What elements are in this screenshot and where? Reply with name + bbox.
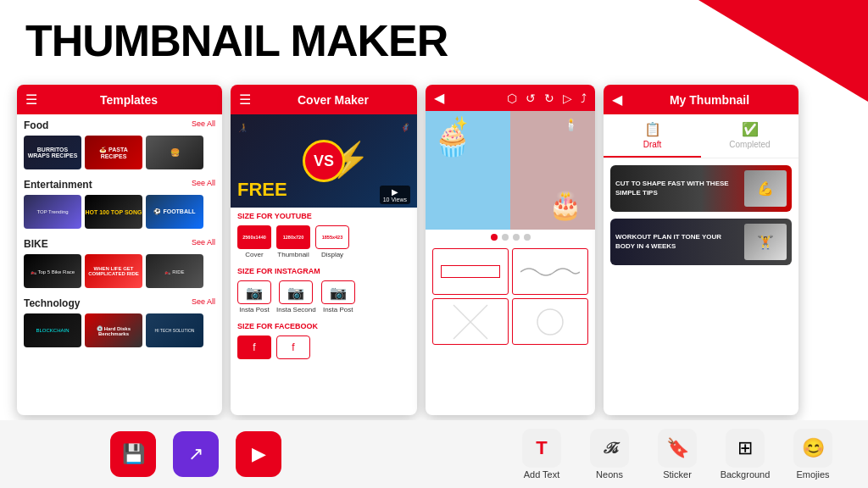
sparkle-icon: ✨ <box>451 115 468 131</box>
thumb-item[interactable]: TOP Trending <box>24 195 81 229</box>
screen-editor: ◀ ⬡ ↺ ↻ ▷ ⤴ 🧁 ✨ 🎂 🕯️ <box>426 85 595 415</box>
undo-icon[interactable]: ↺ <box>526 92 536 105</box>
youtube-button[interactable]: ▶ <box>236 431 281 477</box>
dot-1[interactable] <box>491 234 498 241</box>
thumbnail-card-1[interactable]: CUT TO SHAPE FAST WITH THESE SIMPLE TIPS… <box>610 165 792 212</box>
thumb-item[interactable]: HOT 100 TOP SONG <box>85 195 142 229</box>
share-button[interactable]: ↗ <box>173 431 219 477</box>
screen1-body: Food See All BURRITOS WRAPS RECIPES 🍝 PA… <box>17 114 222 352</box>
layout-cell-1[interactable] <box>432 248 509 295</box>
cover-views: ▶ 10 Views <box>380 186 410 204</box>
insta-post-1[interactable]: 📷 Insta Post <box>237 280 271 313</box>
play-icon[interactable]: ▷ <box>563 92 572 105</box>
save-button[interactable]: 💾 <box>110 431 156 477</box>
cover-label: Cover <box>245 251 263 258</box>
instagram-size-grid: 📷 Insta Post 📷 Insta Second 📷 Insta Post <box>231 278 417 318</box>
tool-add-text[interactable]: T Add Text <box>512 429 571 480</box>
thumb-item[interactable]: BURRITOS WRAPS RECIPES <box>24 136 81 169</box>
redo-icon[interactable]: ↻ <box>544 92 554 105</box>
layout-cell-2[interactable] <box>512 248 588 295</box>
dot-2[interactable] <box>502 234 509 241</box>
tech-see-all[interactable]: See All <box>192 297 215 306</box>
youtube-size-title: SIZE FOR YOUTUBE <box>231 208 417 223</box>
insta-icon-1: 📷 <box>237 280 271 304</box>
screen4-header: ◀ My Thumbnail <box>604 85 798 114</box>
wave-icon <box>520 263 580 280</box>
screen-my-thumbnail: ◀ My Thumbnail 📋 Draft ✅ Completed CUT T… <box>604 85 798 415</box>
cover-free-label: FREE <box>237 179 287 201</box>
bottom-right-tools: T Add Text 𝒯𝓈 Neons 🔖 Sticker ⊞ Backgrou… <box>512 429 868 480</box>
section-tech-title: Technology <box>17 292 86 311</box>
canvas-left: 🧁 ✨ <box>426 111 510 230</box>
dot-4[interactable] <box>524 234 531 241</box>
cover-banner: ⚡ 🧑‍🦯 VS 🦸 FREE ▶ 10 Views <box>231 114 417 208</box>
thumb-item[interactable]: WHEN LIFE GET COMPLICATED RIDE <box>85 254 142 288</box>
layout-cell-4[interactable] <box>512 298 588 345</box>
dot-3[interactable] <box>513 234 520 241</box>
size-thumbnail[interactable]: 1280x720 Thumbnail <box>276 225 310 258</box>
insta-post-2[interactable]: 📷 Insta Second <box>276 280 316 313</box>
display-label: Display <box>321 251 343 258</box>
vs-badge: VS <box>303 140 345 182</box>
insta-post-3[interactable]: 📷 Insta Post <box>321 280 355 313</box>
sticker-icon: 🔖 <box>658 429 697 468</box>
tool-sticker[interactable]: 🔖 Sticker <box>648 429 707 480</box>
tab-completed[interactable]: ✅ Completed <box>701 114 798 158</box>
thumb-img-2: 🏋️ <box>744 224 787 260</box>
x-icon <box>449 301 492 343</box>
thumb-item[interactable]: ⚽ FOOTBALL <box>146 195 203 229</box>
back-icon-4[interactable]: ◀ <box>612 92 622 108</box>
food-thumbs: BURRITOS WRAPS RECIPES 🍝 PASTA RECIPES 🍔 <box>17 133 222 174</box>
export-icon[interactable]: ⤴ <box>581 92 587 105</box>
hamburger-icon[interactable]: ☰ <box>25 92 37 108</box>
sticker-label: Sticker <box>663 469 692 480</box>
back-icon[interactable]: ◀ <box>434 90 444 106</box>
thumb-item[interactable]: 🏍️ RIDE <box>146 254 203 288</box>
tab-draft[interactable]: 📋 Draft <box>604 114 701 158</box>
background-icon: ⊞ <box>726 429 765 468</box>
tool-emojies[interactable]: 😊 Emojies <box>783 429 843 480</box>
fb-size-2[interactable]: f <box>276 336 310 359</box>
instagram-size-title: SIZE FOR INSTAGRAM <box>231 263 417 278</box>
emoji-smile-icon: 😊 <box>802 437 825 459</box>
screen2-header: ☰ Cover Maker <box>231 85 417 114</box>
fb-icon-2: f <box>276 336 310 359</box>
bottom-bar: 💾 ↗ ▶ T Add Text 𝒯𝓈 Neons 🔖 Sticker <box>0 420 868 488</box>
bike-see-all[interactable]: See All <box>192 238 215 247</box>
editor-canvas: 🧁 ✨ 🎂 🕯️ <box>426 111 595 230</box>
thumb-text-1: CUT TO SHAPE FAST WITH THESE SIMPLE TIPS <box>615 180 737 197</box>
food-see-all[interactable]: See All <box>192 119 215 128</box>
layers-icon[interactable]: ⬡ <box>507 92 517 105</box>
youtube-size-grid: 2560x1440 Cover 1280x720 Thumbnail 1855x… <box>231 223 417 263</box>
thumb-item[interactable]: 🍔 <box>146 136 203 169</box>
display-icon: 1855x423 <box>315 225 349 249</box>
neons-label: Neons <box>596 469 623 480</box>
tool-background[interactable]: ⊞ Background <box>715 429 775 480</box>
banner-character-left: 🧑‍🦯 <box>237 123 248 132</box>
screen-templates: ☰ Templates Food See All BURRITOS WRAPS … <box>17 85 222 415</box>
thumb-item[interactable]: BLOCKCHAIN <box>24 313 81 347</box>
tool-neons[interactable]: 𝒯𝓈 Neons <box>580 429 639 480</box>
insta-label-1: Insta Post <box>239 306 270 313</box>
save-icon: 💾 <box>122 443 145 465</box>
thumb-item[interactable]: 💿 Hard Disks Benchmarks <box>85 313 142 347</box>
thumb-item[interactable]: 🏍️ Top 5 Bike Race <box>24 254 81 288</box>
background-label: Background <box>721 469 771 480</box>
canvas-right: 🎂 🕯️ <box>510 111 595 230</box>
hamburger-icon-2[interactable]: ☰ <box>239 92 251 108</box>
ent-see-all[interactable]: See All <box>192 179 215 187</box>
insta-icon-3: 📷 <box>321 280 355 304</box>
editor-toolbar: ⬡ ↺ ↻ ▷ ⤴ <box>507 92 587 105</box>
layout-cell-3[interactable] <box>432 298 509 345</box>
size-display[interactable]: 1855x423 Display <box>315 225 349 258</box>
fb-size-1[interactable]: f <box>237 336 271 359</box>
thumb-item[interactable]: 🍝 PASTA RECIPES <box>85 136 142 169</box>
layout-grid <box>426 245 595 348</box>
size-cover[interactable]: 2560x1440 Cover <box>237 225 271 258</box>
section-food-header: Food See All <box>17 114 222 133</box>
birthday-cake-icon: 🎂 <box>548 189 582 221</box>
thumbnail-card-2[interactable]: WORKOUT PLAN IT TONE YOUR BODY IN 4 WEEK… <box>610 219 792 265</box>
thumb-item[interactable]: HI TECH SOLUTION <box>146 313 203 347</box>
section-bike-title: BIKE <box>17 233 55 252</box>
main-title: THUMBNAIL MAKER <box>25 15 448 66</box>
